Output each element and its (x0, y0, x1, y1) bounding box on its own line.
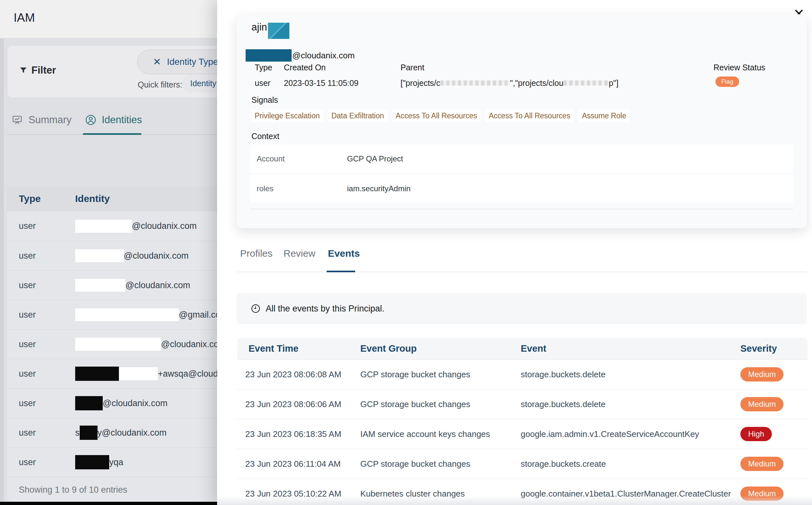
row-type: user (19, 251, 75, 261)
context-table: Account GCP QA Project roles iam.securit… (250, 145, 793, 204)
quick-filter-chip[interactable]: Identity: U (182, 74, 217, 93)
created-on-value: 2023-03-15 11:05:09 (284, 78, 358, 88)
row-identity: @cloudanix.com (75, 220, 197, 233)
table-row[interactable]: user @cloudanix.com (7, 270, 217, 300)
table-row[interactable]: user +awsqa@cloudanix.com (7, 359, 217, 388)
column-identity: Identity (75, 193, 110, 204)
event-name: storage.buckets.create (521, 459, 741, 469)
created-on-label: Created On (284, 63, 326, 72)
signal-chip[interactable]: Privilege Escalation (251, 110, 324, 122)
redaction-block (75, 455, 109, 469)
redaction-block (75, 308, 179, 321)
iam-page-background: IAM Filter ✕ Identity Type: Us Quick fil… (0, 0, 217, 505)
page-title: IAM (14, 11, 35, 25)
tab-identities-label: Identities (102, 114, 142, 126)
card-divider (250, 209, 793, 209)
signal-chip[interactable]: Assume Role (578, 110, 630, 122)
filter-panel: Filter ✕ Identity Type: Us Quick filters… (7, 45, 217, 98)
identity-detail-card: ajin @cloudanix.com Type user Created On… (236, 14, 807, 228)
event-row[interactable]: 23 Jun 2023 08:06:06 AM GCP storage buck… (237, 390, 807, 419)
table-row[interactable]: user @cloudanix.com (7, 388, 217, 418)
redaction-block (75, 367, 119, 381)
event-row[interactable]: 23 Jun 2023 05:10:22 AM Kubernetes clust… (237, 479, 807, 505)
row-identity: @gmail.com (75, 308, 217, 321)
active-filter-chip[interactable]: ✕ Identity Type: Us (137, 49, 217, 74)
event-name: google.iam.admin.v1.CreateServiceAccount… (521, 429, 741, 439)
event-time: 23 Jun 2023 08:06:08 AM (245, 369, 360, 379)
context-value: iam.securityAdmin (347, 184, 411, 193)
tab-summary-label: Summary (28, 114, 71, 126)
table-row[interactable]: user @cloudanix.com (7, 211, 217, 241)
redaction-block (75, 279, 126, 292)
person-circle-icon (85, 114, 96, 126)
detail-tabs-divider (236, 272, 807, 272)
redaction-block (75, 249, 124, 262)
quick-filters-label: Quick filters: (138, 80, 182, 90)
context-value: GCP QA Project (347, 154, 403, 163)
row-type: user (19, 310, 75, 320)
severity-badge: Medium (741, 487, 784, 501)
context-row: Account GCP QA Project (250, 145, 793, 173)
tab-summary[interactable]: Summary (12, 114, 71, 126)
column-event: Event (521, 343, 741, 354)
severity-badge: Medium (741, 367, 784, 381)
scrollbar[interactable] (0, 38, 4, 502)
event-time: 23 Jun 2023 05:10:22 AM (245, 489, 360, 499)
severity-badge: Medium (741, 457, 784, 471)
column-event-time: Event Time (248, 343, 360, 354)
table-row[interactable]: user @cloudanix.com (7, 241, 217, 270)
name-redaction-block (268, 23, 289, 39)
event-row[interactable]: 23 Jun 2023 08:06:08 AM GCP storage buck… (237, 360, 807, 390)
identities-table: Type Identity user @cloudanix.com user @… (7, 186, 217, 502)
column-event-group: Event Group (360, 343, 521, 354)
tab-events[interactable]: Events (328, 248, 360, 259)
signal-chip[interactable]: Data Exfiltration (328, 110, 388, 122)
redaction-block (75, 338, 161, 351)
table-footer: Showing 1 to 9 of 10 entries (7, 477, 217, 502)
redaction-block (75, 396, 103, 410)
event-time: 23 Jun 2023 06:11:04 AM (245, 459, 360, 469)
signals-chip-row: Privilege Escalation Data Exfiltration A… (251, 110, 630, 122)
tab-events-underline (327, 271, 355, 272)
signal-chip[interactable]: Access To All Resources (392, 110, 481, 122)
event-name: google.container.v1beta1.ClusterManager.… (521, 489, 741, 499)
table-row[interactable]: user yqa (7, 447, 217, 477)
signal-chip[interactable]: Access To All Resources (485, 110, 574, 122)
table-row[interactable]: user @gmail.com (7, 300, 217, 329)
tab-identities-underline (83, 133, 141, 135)
review-status-badge[interactable]: Flag (716, 76, 739, 87)
redaction-scribble (564, 80, 609, 86)
events-table-header: Event Time Event Group Event Severity (237, 338, 807, 360)
remove-filter-icon[interactable]: ✕ (153, 57, 161, 67)
row-type: user (19, 428, 75, 438)
table-row[interactable]: user @cloudanix.com (7, 329, 217, 359)
row-identity: @cloudanix.com (75, 279, 190, 292)
quick-filter-chip-label: Identity: U (190, 79, 217, 88)
identity-email: @cloudanix.com (246, 49, 355, 61)
severity-badge: Medium (741, 397, 784, 411)
column-type: Type (19, 193, 75, 204)
row-identity: yqa (75, 455, 124, 469)
app-root: IAM Filter ✕ Identity Type: Us Quick fil… (0, 0, 812, 505)
filter-heading: Filter (19, 64, 56, 76)
funnel-icon (19, 66, 27, 74)
row-identity: @cloudanix.com (75, 249, 189, 262)
event-row[interactable]: 23 Jun 2023 06:18:35 AM IAM service acco… (237, 419, 807, 449)
tab-profiles[interactable]: Profiles (240, 248, 272, 259)
tab-review[interactable]: Review (283, 248, 315, 259)
row-type: user (19, 221, 75, 231)
row-type: user (19, 398, 75, 408)
table-row[interactable]: user sy@cloudanix.com (7, 418, 217, 447)
tab-identities[interactable]: Identities (85, 114, 142, 126)
redaction-block (119, 367, 158, 380)
row-identity: sy@cloudanix.com (75, 426, 167, 440)
severity-badge: High (741, 427, 772, 441)
event-group: GCP storage bucket changes (360, 369, 521, 379)
events-banner-text: All the events by this Principal. (266, 304, 384, 314)
event-row[interactable]: 23 Jun 2023 06:11:04 AM GCP storage buck… (237, 449, 807, 479)
column-severity: Severity (741, 343, 777, 354)
events-table: Event Time Event Group Event Severity 23… (237, 338, 807, 505)
type-label: Type (255, 63, 272, 72)
row-type: user (19, 369, 75, 379)
row-identity: +awsqa@cloudanix.com (75, 367, 217, 381)
